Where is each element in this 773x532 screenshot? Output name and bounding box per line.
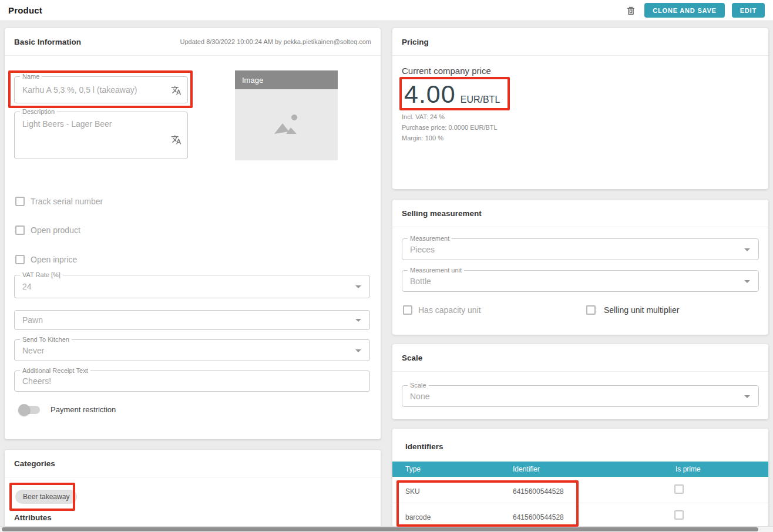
topbar-actions: CLONE AND SAVE EDIT [624,3,765,18]
scale-field-label: Scale [408,382,429,389]
incl-vat-line: Incl. VAT: 24 % [402,112,498,122]
selling-unit-multiplier-checkbox[interactable] [586,305,596,315]
price-details: Incl. VAT: 24 % Purchase price: 0.0000 E… [402,112,498,143]
selling-measurement-header: Selling measurement [392,200,768,227]
track-serial-number-label: Track serial number [31,197,103,206]
vat-rate-value: 24 [22,282,32,291]
basic-information-title: Basic Information [14,38,81,46]
payment-restriction-label: Payment restriction [51,405,116,414]
name-field-label: Name [20,73,42,80]
additional-receipt-text-field[interactable]: Additional Receipt Text Cheers! [14,371,370,392]
horizontal-scrollbar-track[interactable] [0,526,773,532]
selling-measurement-card: Selling measurement Measurement Pieces M… [392,200,768,335]
identifier-value-cell: 6415600544528 [513,513,564,521]
column-is-prime: Is prime [675,465,701,473]
identifiers-card: Identifiers Type Identifier Is prime SKU… [392,429,768,527]
price-value: 4.00 [404,80,456,109]
name-field[interactable]: Name Karhu A 5,3 %, 0,5 l (takeaway) [14,76,188,103]
chevron-down-icon [744,248,750,251]
image-box-body [235,89,338,160]
is-prime-checkbox-sku[interactable] [674,484,684,494]
scale-select[interactable]: Scale None [402,385,759,407]
price-unit: EUR/BTL [461,95,500,105]
chevron-down-icon [355,285,361,288]
open-inprice-checkbox-row: Open inprice [15,255,77,264]
purchase-price-line: Purchase price: 0.0000 EUR/BTL [402,122,498,133]
translate-icon[interactable] [171,134,182,145]
scale-title: Scale [402,353,422,362]
has-capacity-unit-label: Has capacity unit [418,305,481,315]
is-prime-checkbox-barcode[interactable] [674,510,684,520]
additional-receipt-text-value: Cheers! [22,376,51,386]
basic-information-card: Basic Information Updated 8/30/2022 10:0… [5,28,381,439]
chevron-down-icon [355,319,361,322]
additional-receipt-text-label: Additional Receipt Text [20,367,90,374]
track-serial-number-checkbox-row: Track serial number [15,197,103,206]
clone-and-save-button[interactable]: CLONE AND SAVE [644,3,724,18]
category-chip[interactable]: Beer takeaway [15,490,77,504]
scale-card: Scale Scale None [392,344,768,419]
selling-unit-multiplier-row: Selling unit multiplier [586,305,679,315]
measurement-unit-value: Bottle [410,277,431,286]
trash-icon [626,5,636,16]
categories-title: Categories [14,459,55,468]
payment-restriction-toggle[interactable] [20,406,40,414]
open-product-checkbox-row: Open product [15,225,80,235]
open-product-checkbox[interactable] [15,225,25,235]
categories-card: Categories Beer takeaway Attributes [5,450,381,527]
delete-button[interactable] [624,4,637,17]
send-to-kitchen-label: Send To Kitchen [20,336,72,343]
description-field-label: Description [20,108,57,115]
measurement-unit-select[interactable]: Measurement unit Bottle [402,270,759,292]
edit-button[interactable]: EDIT [732,3,765,18]
payment-restriction-row: Payment restriction [20,405,116,414]
open-inprice-label: Open inprice [31,255,77,264]
pricing-card: Pricing Current company price 4.00 EUR/B… [392,28,768,189]
measurement-value: Pieces [410,245,435,254]
measurement-label: Measurement [408,235,452,242]
identifier-type-cell: SKU [405,487,420,496]
vat-rate-select[interactable]: VAT Rate [%] 24 [14,275,370,298]
pricing-header: Pricing [392,28,768,56]
send-to-kitchen-select[interactable]: Send To Kitchen Never [14,339,370,361]
selling-unit-multiplier-label: Selling unit multiplier [604,305,679,315]
identifiers-title: Identifiers [405,442,443,451]
chevron-down-icon [744,280,750,283]
chevron-down-icon [744,395,750,398]
chevron-down-icon [355,349,361,352]
translate-icon[interactable] [171,85,182,96]
measurement-select[interactable]: Measurement Pieces [402,238,759,260]
image-box-label: Image [242,76,263,85]
has-capacity-unit-checkbox[interactable] [403,305,412,315]
image-box-header: Image [235,70,338,89]
margin-line: Margin: 100 % [402,133,498,143]
track-serial-number-checkbox[interactable] [15,197,25,206]
identifiers-table-header: Type Identifier Is prime [392,462,768,477]
column-type: Type [405,465,421,473]
has-capacity-unit-row: Has capacity unit [403,305,481,315]
pricing-title: Pricing [402,38,429,46]
column-identifier: Identifier [513,465,540,473]
attributes-title: Attributes [14,513,52,522]
current-price-label: Current company price [402,66,491,76]
pawn-select[interactable]: Pawn [14,310,370,330]
basic-information-header: Basic Information Updated 8/30/2022 10:0… [5,28,381,56]
scale-header: Scale [392,344,768,372]
price-display: 4.00 EUR/BTL [404,80,500,109]
scale-field-value: None [410,392,429,401]
row-divider [392,503,768,503]
identifier-value-cell: 6415600544528 [513,487,564,496]
send-to-kitchen-value: Never [22,346,44,355]
description-field[interactable]: Description Light Beers - Lager Beer [14,112,188,159]
product-image-box[interactable]: Image [235,70,338,160]
open-product-label: Open product [31,225,80,235]
horizontal-scrollbar-thumb[interactable] [2,527,758,531]
measurement-unit-label: Measurement unit [408,267,464,274]
vat-rate-label: VAT Rate [%] [20,271,63,278]
description-field-value: Light Beers - Lager Beer [22,119,112,129]
topbar: Product CLONE AND SAVE EDIT [0,0,773,21]
open-inprice-checkbox[interactable] [15,255,25,264]
updated-info: Updated 8/30/2022 10:00:24 AM by pekka.p… [180,38,372,45]
categories-header: Categories [5,450,381,477]
image-placeholder-icon [271,113,303,137]
